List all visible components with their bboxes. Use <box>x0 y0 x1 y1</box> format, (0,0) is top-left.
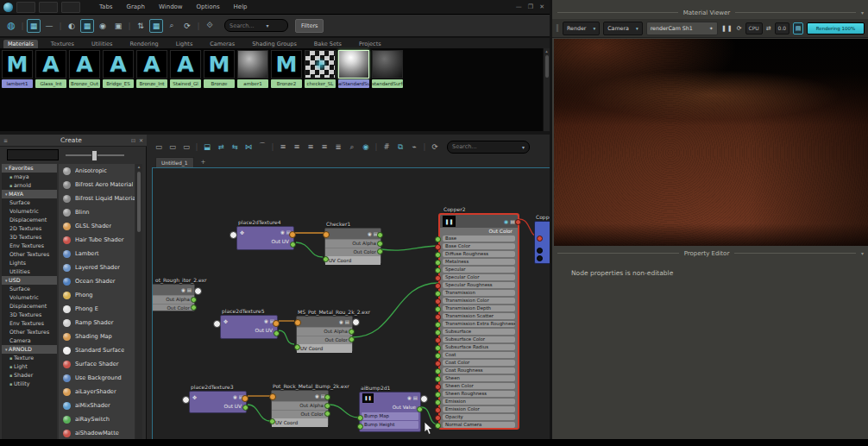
toolbar-icon[interactable]: | <box>20 19 25 33</box>
port-dot[interactable] <box>435 368 441 374</box>
attribute-row[interactable]: Coat Roughness <box>440 367 518 374</box>
node-type-item[interactable]: Use Background <box>59 371 135 385</box>
node-type-item[interactable]: Surface Shader <box>59 357 135 371</box>
attribute-row[interactable]: Subsurface Color <box>440 336 518 343</box>
attribute-row[interactable]: Specular <box>440 266 518 273</box>
hypershade-search-input[interactable]: Search... ▾ <box>224 19 288 32</box>
node-editor-toolbar-icon[interactable]: ⌒ <box>256 141 268 153</box>
node-aibump2d1[interactable]: aiBump2d1 ❚❚ ◉▤ Out Value Bump MapBump H… <box>359 392 421 432</box>
material-label[interactable]: Bronze_Int <box>136 79 167 88</box>
port-dot[interactable] <box>349 329 355 335</box>
node-editor-toolbar-icon[interactable]: ⋈ <box>242 141 255 153</box>
material-swatch[interactable]: aiStandardSur <box>338 50 370 88</box>
category-tree-item[interactable]: Utilities <box>2 267 57 276</box>
node-type-item[interactable]: aiLayerShader <box>59 385 135 399</box>
filters-button[interactable]: Filters <box>295 19 324 33</box>
material-label[interactable]: standardSurfa... <box>372 79 403 88</box>
port-dot-input[interactable] <box>182 396 190 404</box>
port-dot[interactable] <box>435 407 441 413</box>
node-editor-toolbar-icon[interactable]: ⇄ <box>215 141 227 153</box>
toolbar-icon[interactable]: ▣ <box>111 19 125 33</box>
window-control-icon[interactable]: — <box>516 3 522 12</box>
port-dot-uvcoord[interactable] <box>269 418 275 424</box>
port-dot[interactable] <box>435 291 441 297</box>
port-dot-out[interactable] <box>242 395 248 402</box>
port-dot[interactable] <box>435 376 441 382</box>
material-thumbnail[interactable] <box>372 50 403 79</box>
wire-p2d5-outuv[interactable] <box>279 330 294 344</box>
close-icon[interactable]: ✕ <box>139 137 143 143</box>
add-tab-button[interactable]: + <box>201 159 206 166</box>
port-dot[interactable] <box>435 306 441 312</box>
material-label[interactable]: Bronze <box>204 79 235 88</box>
material-label[interactable]: Bronze_Out <box>69 79 100 88</box>
port-dot[interactable] <box>435 353 441 359</box>
swap-icon[interactable]: ⇄ <box>766 25 771 32</box>
port-dot-out[interactable] <box>273 320 280 327</box>
port-dot-out[interactable] <box>289 231 296 238</box>
port-dot[interactable] <box>377 241 383 247</box>
toolbar-icon[interactable]: ◉ <box>96 19 110 33</box>
material-swatch[interactable]: standardSurfa... <box>372 50 404 88</box>
port-dot[interactable] <box>435 275 441 281</box>
port-dot-uv[interactable] <box>269 393 276 400</box>
port-dot-bumpmap[interactable] <box>357 415 363 421</box>
port-dot[interactable] <box>435 267 441 273</box>
node-checker1[interactable]: Checker1 ◉▤ Out Alpha Out Color UV Coord <box>324 228 381 264</box>
attribute-row[interactable]: Subsurface Radius <box>440 343 518 351</box>
port-dot-outuv[interactable] <box>242 405 248 411</box>
snapshot-icon[interactable]: ▤ <box>793 22 803 35</box>
category-tree-item[interactable]: Volumetric <box>2 293 57 302</box>
port-dot[interactable] <box>435 322 441 328</box>
window-control-icon[interactable]: ❐ <box>528 3 533 12</box>
node-type-item[interactable]: aiRaySwitch <box>59 412 135 426</box>
category-tree-item[interactable]: Env Textures <box>2 319 57 328</box>
port-dot[interactable] <box>435 337 441 343</box>
material-thumbnail[interactable] <box>2 50 33 79</box>
material-label[interactable]: checker_SL <box>305 79 336 88</box>
render-preview-image[interactable] <box>554 39 868 246</box>
category-tree-item[interactable]: ARNOLD <box>2 345 57 354</box>
category-tree-item[interactable]: Surface <box>2 285 57 293</box>
port-dot-input[interactable] <box>213 320 221 328</box>
attribute-row[interactable]: Emission Color <box>440 405 518 413</box>
material-thumbnail[interactable] <box>170 50 201 79</box>
port-dot-uv[interactable] <box>323 231 330 238</box>
material-label[interactable]: Bronze2 <box>271 79 302 88</box>
wire-p2d4-outuv[interactable] <box>296 242 323 257</box>
node-editor-toolbar-icon[interactable]: ▭ <box>153 141 165 153</box>
category-tree-item[interactable]: MAYA <box>2 190 57 198</box>
attribute-row[interactable]: Sheen Color <box>440 382 518 390</box>
node-type-item[interactable]: Phong E <box>59 302 135 316</box>
node-type-item[interactable]: GLSL Shader <box>59 219 135 233</box>
env-picker-icon[interactable]: ✦ <box>709 25 714 31</box>
port-dot-outuv[interactable] <box>290 242 296 248</box>
toolbar-icon[interactable]: | <box>127 19 132 33</box>
category-tree-item[interactable]: Displacement <box>2 302 57 311</box>
node-editor-toolbar-icon[interactable]: # <box>381 141 393 153</box>
port-dot[interactable] <box>377 248 383 254</box>
category-tree-item[interactable]: Surface <box>2 198 57 207</box>
port-dot-outvalue[interactable] <box>417 406 423 412</box>
node-graph-canvas[interactable]: ot_Rough_itor_2.exr ◉▤ Out Alpha Out Col… <box>152 167 551 446</box>
material-label[interactable]: Glass_Int <box>35 79 66 88</box>
slider-handle[interactable] <box>91 150 97 161</box>
menu-item[interactable]: Graph <box>127 3 145 10</box>
port-dot[interactable] <box>435 252 441 258</box>
node-place2dtexture4[interactable]: place2dTexture4 ✥ ◉▤ Out UV <box>236 226 294 250</box>
port-dot-uvcoord[interactable] <box>294 344 300 350</box>
toolbar-icon[interactable]: ◐ <box>65 19 79 33</box>
toolbar-icon[interactable]: | <box>196 19 201 33</box>
port-dot[interactable] <box>324 403 330 409</box>
port-dot[interactable] <box>194 287 202 295</box>
port-dot[interactable] <box>435 314 441 320</box>
category-tree-item[interactable]: Camera <box>2 336 57 345</box>
toolbar-icon[interactable]: ⌕ <box>165 19 179 33</box>
material-thumbnail[interactable] <box>69 50 100 79</box>
material-swatch[interactable]: Stained_Gl <box>170 50 202 88</box>
node-type-item[interactable]: aiMixShader <box>59 399 135 412</box>
port-dot[interactable] <box>324 411 330 417</box>
wire-p2d3-outuv[interactable] <box>248 405 270 421</box>
port-dot[interactable] <box>435 236 441 242</box>
material-label[interactable]: Bridge_ES <box>103 79 134 88</box>
